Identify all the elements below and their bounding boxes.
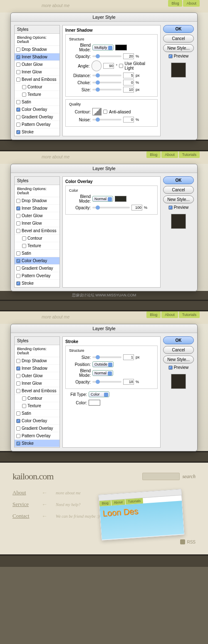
ok-button[interactable]: OK	[163, 176, 194, 184]
preview-check[interactable]	[168, 366, 173, 370]
style-satin[interactable]: Satin	[15, 410, 59, 417]
styles-header[interactable]: Styles	[15, 25, 59, 34]
size-slider[interactable]	[92, 89, 121, 90]
style-texture[interactable]: Texture	[15, 91, 59, 98]
style-color-overlay[interactable]: Color Overlay	[15, 257, 59, 265]
style-outer-glow[interactable]: Outer Glow	[15, 61, 59, 68]
divider	[0, 140, 208, 151]
style-inner-glow[interactable]: Inner Glow	[15, 68, 59, 76]
size-input[interactable]	[123, 354, 134, 360]
noise-input[interactable]	[123, 117, 134, 123]
style-inner-glow[interactable]: Inner Glow	[15, 220, 59, 227]
style-satin[interactable]: Satin	[15, 98, 59, 106]
color-swatch[interactable]	[115, 196, 126, 202]
style-gradient-overlay[interactable]: Gradient Overlay	[15, 425, 59, 432]
color-swatch[interactable]	[89, 400, 100, 406]
style-drop-shadow[interactable]: Drop Shadow	[15, 46, 59, 53]
style-drop-shadow[interactable]: Drop Shadow	[15, 197, 59, 205]
style-contour[interactable]: Contour	[15, 395, 59, 402]
filltype-select[interactable]: Color	[89, 391, 109, 397]
distance-label: Distance:	[69, 73, 91, 78]
styles-header[interactable]: Styles	[15, 337, 59, 345]
style-pattern-overlay[interactable]: Pattern Overlay	[15, 432, 59, 440]
style-bevel-emboss[interactable]: Bevel and Emboss	[15, 227, 59, 235]
choke-input[interactable]	[123, 80, 134, 85]
new-style-button[interactable]: New Style...	[163, 356, 194, 363]
distance-input[interactable]	[123, 73, 134, 78]
opacity-input[interactable]	[123, 379, 134, 385]
opacity-input[interactable]	[123, 53, 134, 59]
angle-input[interactable]	[103, 63, 114, 69]
layer-style-dialog-3: Layer Style Styles Blending Options: Def…	[10, 324, 198, 451]
style-outer-glow[interactable]: Outer Glow	[15, 212, 59, 220]
blend-mode-select[interactable]: Normal	[92, 196, 113, 202]
new-style-button[interactable]: New Style...	[163, 195, 194, 203]
style-satin[interactable]: Satin	[15, 250, 59, 257]
style-drop-shadow[interactable]: Drop Shadow	[15, 357, 59, 365]
settings-panel: Color Overlay Color Blend Mode:Normal Op…	[62, 176, 161, 288]
size-input[interactable]	[123, 87, 134, 93]
blend-mode-select[interactable]: Multiply	[92, 45, 114, 50]
style-stroke[interactable]: Stroke	[15, 128, 59, 136]
preview-check[interactable]	[168, 54, 173, 58]
background-header: more about me Blog About	[0, 0, 208, 13]
nav-pill-blog[interactable]: Blog	[146, 151, 161, 158]
style-stroke[interactable]: Stroke	[15, 440, 59, 447]
style-bevel-emboss[interactable]: Bevel and Emboss	[15, 387, 59, 395]
nav-pill-blog[interactable]: Blog	[168, 0, 182, 7]
styles-header[interactable]: Styles	[15, 177, 59, 185]
style-color-overlay[interactable]: Color Overlay	[15, 417, 59, 425]
nav-pill-about[interactable]: About	[183, 0, 200, 7]
antialiased-check[interactable]	[103, 110, 107, 114]
rss-link[interactable]: RSS	[180, 539, 196, 544]
position-select[interactable]: Outside	[92, 361, 114, 367]
style-bevel-emboss[interactable]: Bevel and Emboss	[15, 76, 59, 83]
style-contour[interactable]: Contour	[15, 235, 59, 242]
opacity-slider[interactable]	[92, 55, 121, 57]
more-about-text: more about me	[42, 155, 69, 159]
preview-check[interactable]	[168, 205, 173, 210]
style-inner-shadow[interactable]: Inner Shadow	[15, 53, 59, 61]
contour-picker[interactable]	[92, 108, 102, 115]
nav-pill-about[interactable]: About	[161, 151, 178, 158]
nav-pill-about[interactable]: About	[161, 311, 178, 318]
style-gradient-overlay[interactable]: Gradient Overlay	[15, 113, 59, 121]
opacity-slider[interactable]	[92, 207, 130, 208]
style-inner-glow[interactable]: Inner Glow	[15, 380, 59, 387]
color-swatch[interactable]	[115, 45, 127, 50]
ok-button[interactable]: OK	[163, 25, 194, 33]
style-pattern-overlay[interactable]: Pattern Overlay	[15, 121, 59, 128]
style-inner-shadow[interactable]: Inner Shadow	[15, 205, 59, 212]
angle-dial[interactable]	[92, 60, 102, 71]
noise-slider[interactable]	[92, 119, 121, 120]
nav-pill-blog[interactable]: Blog	[146, 311, 161, 318]
opacity-label: Opacity:	[69, 380, 91, 384]
blending-options[interactable]: Blending Options: Default	[15, 345, 59, 357]
distance-slider[interactable]	[92, 75, 121, 76]
style-contour[interactable]: Contour	[15, 83, 59, 91]
global-light-check[interactable]	[119, 64, 123, 68]
opacity-slider[interactable]	[92, 381, 121, 383]
search-input[interactable]	[142, 473, 180, 480]
ok-button[interactable]: OK	[163, 336, 194, 344]
size-slider[interactable]	[92, 356, 121, 358]
style-outer-glow[interactable]: Outer Glow	[15, 372, 59, 380]
cancel-button[interactable]: Cancel	[163, 346, 194, 354]
cancel-button[interactable]: Cancel	[163, 35, 194, 43]
blending-options[interactable]: Blending Options: Default	[15, 185, 59, 197]
style-pattern-overlay[interactable]: Pattern Overlay	[15, 272, 59, 280]
style-stroke[interactable]: Stroke	[15, 280, 59, 287]
style-inner-shadow[interactable]: Inner Shadow	[15, 365, 59, 372]
style-texture[interactable]: Texture	[15, 402, 59, 410]
style-color-overlay[interactable]: Color Overlay	[15, 106, 59, 113]
opacity-input[interactable]	[131, 205, 142, 210]
cancel-button[interactable]: Cancel	[163, 186, 194, 194]
style-gradient-overlay[interactable]: Gradient Overlay	[15, 265, 59, 272]
new-style-button[interactable]: New Style...	[163, 44, 194, 52]
nav-pill-tutorials[interactable]: Tutorials	[179, 311, 200, 318]
style-texture[interactable]: Texture	[15, 242, 59, 250]
choke-slider[interactable]	[92, 82, 121, 83]
blending-options[interactable]: Blending Options: Default	[15, 34, 59, 46]
nav-pill-tutorials[interactable]: Tutorials	[179, 151, 200, 158]
blend-mode-select[interactable]: Normal	[92, 370, 113, 376]
